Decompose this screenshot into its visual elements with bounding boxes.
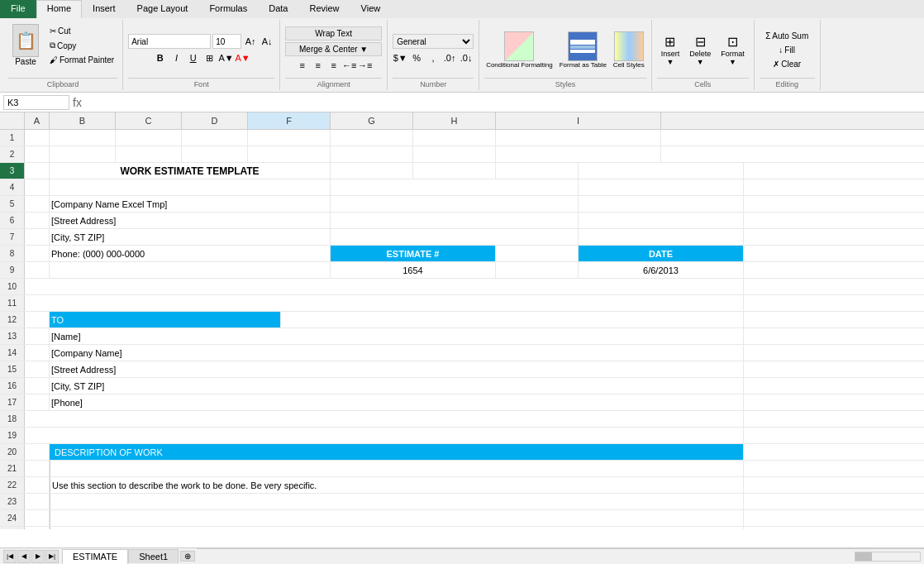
tab-view[interactable]: View — [350, 0, 392, 18]
percent-button[interactable]: % — [409, 50, 424, 65]
cell-b15[interactable]: [Street Address] — [50, 361, 744, 377]
cell-b20-desc[interactable]: DESCRIPTION OF WORK — [50, 444, 744, 460]
cell-i7[interactable] — [579, 229, 744, 245]
cell-a9[interactable] — [25, 262, 50, 278]
cell-a2[interactable] — [25, 146, 50, 162]
cell-b14[interactable]: [Company Name] — [50, 345, 744, 361]
increase-decimal-button[interactable]: .0↑ — [442, 50, 457, 65]
cell-h2[interactable] — [413, 146, 496, 162]
border-button[interactable]: ⊞ — [202, 50, 217, 65]
format-cells-button[interactable]: ⊡ Format ▼ — [717, 31, 749, 69]
cell-h1[interactable] — [413, 130, 496, 146]
cell-a3[interactable] — [25, 163, 50, 179]
cell-a14[interactable] — [25, 345, 50, 361]
cell-b13[interactable]: [Name] — [50, 328, 744, 344]
tab-page-layout[interactable]: Page Layout — [126, 0, 199, 18]
cell-h8-date[interactable]: DATE — [579, 246, 744, 261]
cell-i6[interactable] — [579, 213, 744, 228]
copy-button[interactable]: ⧉Copy — [46, 39, 117, 52]
cell-h9-empty[interactable] — [496, 262, 579, 278]
cell-reference-input[interactable]: K3 — [3, 95, 69, 110]
cell-a22[interactable] — [25, 477, 50, 493]
align-left-button[interactable]: ≡ — [295, 58, 310, 73]
tab-review[interactable]: Review — [298, 0, 350, 18]
increase-font-button[interactable]: A↑ — [243, 34, 258, 49]
col-header-g[interactable]: G — [331, 112, 413, 129]
auto-sum-button[interactable]: ΣAuto Sum — [762, 30, 812, 42]
formula-input[interactable] — [85, 96, 921, 109]
decrease-indent-button[interactable]: ←≡ — [342, 58, 357, 73]
merge-center-button[interactable]: Merge & Center ▼ — [285, 42, 382, 56]
col-header-a[interactable]: A — [25, 112, 50, 129]
delete-cells-button[interactable]: ⊟ Delete ▼ — [685, 31, 715, 69]
decrease-font-button[interactable]: A↓ — [260, 34, 274, 49]
cell-a8[interactable] — [25, 246, 50, 261]
cell-f3[interactable] — [331, 163, 413, 179]
tab-formulas[interactable]: Formulas — [198, 0, 258, 18]
cell-i5[interactable] — [579, 196, 744, 212]
cell-b24[interactable] — [50, 510, 744, 526]
cell-a7[interactable] — [25, 229, 50, 245]
clear-button[interactable]: ✗Clear — [769, 58, 804, 70]
increase-indent-button[interactable]: →≡ — [358, 58, 373, 73]
col-header-c[interactable]: C — [116, 112, 182, 129]
cell-i1[interactable] — [496, 130, 661, 146]
cell-d2[interactable] — [182, 146, 248, 162]
cell-f2[interactable] — [248, 146, 331, 162]
cut-button[interactable]: ✂Cut — [46, 25, 117, 37]
tab-file[interactable]: File — [0, 0, 36, 18]
cell-b23[interactable] — [50, 494, 744, 509]
cell-b17[interactable]: [Phone] — [50, 394, 744, 410]
col-header-d[interactable]: D — [182, 112, 248, 129]
cell-b8[interactable]: Phone: (000) 000-0000 — [50, 246, 331, 261]
font-color-button[interactable]: A▼ — [236, 50, 250, 65]
cell-f1[interactable] — [248, 130, 331, 146]
cell-c1[interactable] — [116, 130, 182, 146]
cell-r10[interactable] — [25, 279, 744, 294]
cell-b25[interactable] — [50, 527, 744, 529]
cell-i2[interactable] — [496, 146, 661, 162]
wrap-text-button[interactable]: Wrap Text — [285, 26, 382, 41]
cell-i4[interactable] — [579, 179, 744, 195]
cell-a4[interactable] — [25, 179, 50, 195]
col-header-b[interactable]: B — [50, 112, 116, 129]
cell-a1[interactable] — [25, 130, 50, 146]
cell-h8-empty[interactable] — [496, 246, 579, 261]
cell-a6[interactable] — [25, 213, 50, 228]
cell-h3[interactable] — [496, 163, 579, 179]
cell-f4[interactable] — [331, 179, 579, 195]
insert-cells-button[interactable]: ⊞ Insert ▼ — [657, 31, 684, 69]
fill-color-button[interactable]: A▼ — [219, 50, 234, 65]
col-header-h[interactable]: H — [413, 112, 496, 129]
cell-a25[interactable] — [25, 527, 50, 529]
cell-b16[interactable]: [City, ST ZIP] — [50, 378, 744, 394]
currency-button[interactable]: $▼ — [393, 50, 407, 65]
underline-button[interactable]: U — [186, 50, 201, 65]
cell-f5[interactable] — [331, 196, 579, 212]
cell-styles-button[interactable]: Cell Styles — [612, 30, 646, 70]
cell-g3[interactable] — [413, 163, 496, 179]
cell-r18[interactable] — [25, 411, 744, 427]
fill-button[interactable]: ↓Fill — [775, 44, 798, 56]
format-painter-button[interactable]: 🖌Format Painter — [46, 54, 117, 66]
cell-f7[interactable] — [331, 229, 579, 245]
cell-g1[interactable] — [331, 130, 413, 146]
italic-button[interactable]: I — [169, 50, 184, 65]
font-size-input[interactable] — [212, 34, 241, 49]
cell-a5[interactable] — [25, 196, 50, 212]
cell-a12[interactable] — [25, 312, 50, 327]
align-center-button[interactable]: ≡ — [311, 58, 326, 73]
cell-b2[interactable] — [50, 146, 116, 162]
cell-d1[interactable] — [182, 130, 248, 146]
col-header-i[interactable]: I — [496, 112, 661, 129]
paste-button[interactable]: 📋 Paste — [8, 22, 43, 69]
cell-a24[interactable] — [25, 510, 50, 526]
decrease-decimal-button[interactable]: .0↓ — [459, 50, 474, 65]
cell-a20[interactable] — [25, 444, 50, 460]
cell-b5[interactable]: [Company Name Excel Tmp] — [50, 196, 331, 212]
cell-b6[interactable]: [Street Address] — [50, 213, 331, 228]
cell-i3[interactable] — [579, 163, 744, 179]
cell-a21[interactable] — [25, 461, 50, 476]
cell-rest12[interactable] — [281, 312, 744, 327]
cell-b3-title[interactable]: WORK ESTIMATE TEMPLATE — [50, 163, 331, 179]
